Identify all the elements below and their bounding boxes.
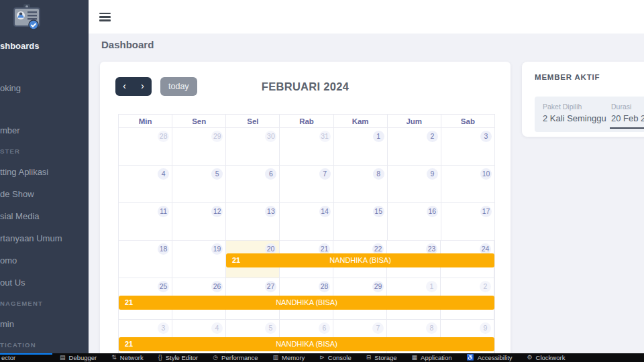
devtools-tab[interactable]: ♿Accessibility (460, 353, 520, 362)
devtools-tab[interactable]: ▤Debugger (52, 353, 104, 362)
sidebar-section-label: TICATION (0, 339, 89, 351)
day-cell[interactable]: 16 (388, 203, 441, 240)
day-number: 10 (480, 168, 492, 180)
devtools-tab-label: Style Editor (166, 354, 199, 361)
day-number: 28 (319, 281, 330, 292)
day-number: 14 (319, 206, 331, 217)
day-number: 13 (265, 206, 276, 217)
debugger-icon: ▤ (60, 353, 66, 362)
day-header: Jum (388, 115, 441, 127)
day-cell[interactable]: 13 (226, 203, 280, 240)
day-number: 3 (158, 322, 169, 334)
paket-dipilih-value: 2 Kali Seminggu (543, 113, 606, 123)
day-number: 1 (426, 281, 437, 292)
day-cell[interactable]: 10 (441, 166, 494, 202)
devtools-tab[interactable]: ◷Performance (205, 353, 265, 362)
sidebar-item[interactable]: sial Media (0, 209, 89, 223)
sidebar-item[interactable]: tting Aplikasi (0, 165, 89, 179)
devtools-tab[interactable]: ⊟Storage (359, 353, 405, 362)
sidebar-item[interactable]: oking (0, 81, 89, 95)
sidebar-item[interactable]: min (0, 317, 89, 331)
id-card-icon[interactable] (11, 4, 43, 36)
devtools-tab[interactable]: ▥Memory (265, 353, 312, 362)
calendar-toolbar: ‹ › today FEBRUARI 2024 (100, 62, 511, 110)
member-aktif-box: Paket Dipilih 2 Kali Seminggu Durasi 20 … (535, 97, 644, 132)
day-number: 26 (211, 281, 223, 292)
day-header: Sen (172, 115, 226, 127)
day-number: 7 (372, 322, 384, 334)
network-icon: ⇅ (111, 353, 117, 362)
day-cell[interactable]: 18 (119, 241, 172, 278)
sidebar-item[interactable]: shboards (0, 39, 89, 53)
devtools-tab[interactable]: ⊳Console (312, 353, 358, 362)
day-number: 16 (427, 206, 438, 217)
day-cell[interactable]: 14 (280, 203, 333, 240)
devtools-tab[interactable]: {}Style Editor (151, 353, 206, 362)
day-number: 17 (480, 206, 492, 217)
day-cell[interactable]: 9 (388, 166, 441, 202)
day-cell[interactable]: 31 (280, 128, 333, 165)
calendar-event[interactable]: NANDHIKA (BISA)21 (119, 337, 494, 351)
day-cell[interactable]: 2 (388, 128, 441, 165)
event-time: 21 (125, 337, 133, 351)
day-cell[interactable]: 19 (172, 241, 226, 278)
calendar-grid: MinSenSelRabKamJumSab 282930311234567891… (118, 114, 495, 361)
calendar-week-row: 18192021222324NANDHIKA (BISA)21 (119, 241, 494, 278)
devtools-tab[interactable]: ector (0, 353, 52, 362)
calendar-weeks: 2829303112345678910111213141516171819202… (119, 128, 494, 361)
day-cell[interactable]: 8 (334, 166, 388, 202)
day-cell[interactable]: 3 (441, 128, 494, 165)
day-cell[interactable]: 28 (119, 128, 172, 165)
event-title: NANDHIKA (BISA) (226, 253, 494, 267)
accessibility-icon: ♿ (467, 353, 474, 362)
day-cell[interactable]: 7 (280, 166, 333, 202)
day-number: 4 (158, 168, 169, 180)
day-number: 19 (211, 243, 223, 255)
day-cell[interactable]: 1 (334, 128, 388, 165)
day-cell[interactable]: 6 (226, 166, 280, 202)
day-number: 8 (373, 168, 384, 180)
day-number: 3 (480, 131, 492, 142)
devtools-tab-label: ector (1, 354, 15, 361)
event-time: 21 (125, 296, 133, 310)
day-number: 18 (158, 243, 169, 255)
sidebar-item[interactable]: mber (0, 123, 89, 137)
day-cell[interactable]: 29 (172, 128, 226, 165)
day-cell[interactable]: 12 (172, 203, 226, 240)
devtools-tab-label: Clockwork (536, 354, 566, 361)
day-number: 29 (372, 281, 384, 292)
calendar-week-row: 28293031123 (119, 128, 494, 166)
sidebar-item[interactable]: out Us (0, 276, 89, 290)
day-number: 29 (211, 131, 223, 142)
memory-icon: ▥ (272, 353, 278, 362)
day-cell[interactable]: 30 (226, 128, 280, 165)
calendar-week-row: 11121314151617 (119, 203, 494, 241)
devtools-tab[interactable]: ⇅Network (104, 353, 150, 362)
paket-dipilih-label: Paket Dipilih (543, 103, 606, 111)
day-number: 12 (211, 206, 223, 217)
sidebar-item[interactable]: de Show (0, 187, 89, 201)
durasi-label: Durasi (611, 103, 644, 111)
day-cell[interactable]: 4 (119, 166, 172, 202)
calendar-event[interactable]: NANDHIKA (BISA)21 (119, 296, 494, 310)
day-cell[interactable]: 15 (334, 203, 388, 240)
day-cell[interactable]: 17 (441, 203, 494, 240)
sidebar-item[interactable]: omo (0, 253, 89, 267)
clockwork-icon: ⚙ (527, 353, 533, 362)
calendar-week-row: 45678910 (119, 166, 494, 203)
devtools-tab[interactable]: ⚙Clockwork (520, 353, 573, 362)
console-icon: ⊳ (319, 353, 325, 362)
day-cell[interactable]: 5 (172, 166, 226, 202)
day-number: 6 (265, 168, 276, 180)
day-number: 9 (427, 168, 438, 180)
application-icon: ▦ (412, 353, 418, 362)
sidebar-item[interactable]: rtanyaan Umum (0, 231, 89, 245)
calendar-event[interactable]: NANDHIKA (BISA)21 (226, 253, 494, 267)
devtools-tab[interactable]: ▦Application (405, 353, 460, 362)
day-number: 5 (211, 168, 223, 180)
devtools-tab-label: Accessibility (478, 354, 513, 361)
day-cell[interactable]: 11 (119, 203, 172, 240)
event-time: 21 (232, 253, 240, 267)
hamburger-icon[interactable] (99, 13, 111, 21)
day-header: Kam (334, 115, 388, 127)
